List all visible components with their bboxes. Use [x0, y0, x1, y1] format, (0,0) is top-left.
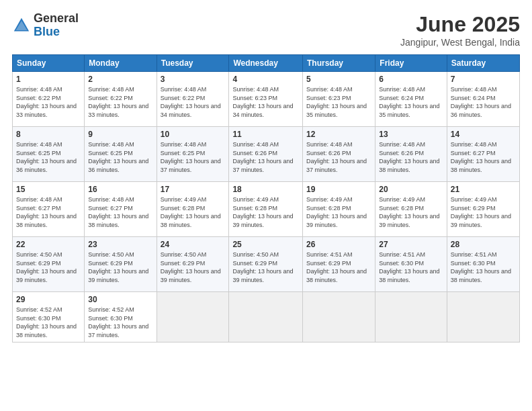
table-row: 21 Sunrise: 4:49 AMSunset: 6:29 PMDaylig… — [447, 182, 519, 237]
table-row — [447, 292, 519, 342]
table-row: 3 Sunrise: 4:48 AMSunset: 6:22 PMDayligh… — [157, 72, 229, 127]
table-row: 20 Sunrise: 4:49 AMSunset: 6:28 PMDaylig… — [375, 182, 447, 237]
table-row: 19 Sunrise: 4:49 AMSunset: 6:28 PMDaylig… — [303, 182, 375, 237]
logo-icon — [12, 16, 31, 35]
table-row: 23 Sunrise: 4:50 AMSunset: 6:29 PMDaylig… — [85, 237, 157, 292]
col-sunday: Sunday — [13, 55, 85, 72]
table-row: 1 Sunrise: 4:48 AMSunset: 6:22 PMDayligh… — [13, 72, 85, 127]
table-row — [157, 292, 229, 342]
table-row: 13 Sunrise: 4:48 AMSunset: 6:26 PMDaylig… — [375, 127, 447, 182]
table-row: 24 Sunrise: 4:50 AMSunset: 6:29 PMDaylig… — [157, 237, 229, 292]
table-row: 26 Sunrise: 4:51 AMSunset: 6:29 PMDaylig… — [303, 237, 375, 292]
table-row: 22 Sunrise: 4:50 AMSunset: 6:29 PMDaylig… — [13, 237, 85, 292]
table-row: 6 Sunrise: 4:48 AMSunset: 6:24 PMDayligh… — [375, 72, 447, 127]
calendar-header-row: Sunday Monday Tuesday Wednesday Thursday… — [13, 55, 520, 72]
table-row: 30 Sunrise: 4:52 AMSunset: 6:30 PMDaylig… — [85, 292, 157, 342]
table-row: 17 Sunrise: 4:49 AMSunset: 6:28 PMDaylig… — [157, 182, 229, 237]
table-row: 5 Sunrise: 4:48 AMSunset: 6:23 PMDayligh… — [303, 72, 375, 127]
table-row: 4 Sunrise: 4:48 AMSunset: 6:23 PMDayligh… — [229, 72, 303, 127]
table-row: 15 Sunrise: 4:48 AMSunset: 6:27 PMDaylig… — [13, 182, 85, 237]
table-row: 29 Sunrise: 4:52 AMSunset: 6:30 PMDaylig… — [13, 292, 85, 342]
table-row: 8 Sunrise: 4:48 AMSunset: 6:25 PMDayligh… — [13, 127, 85, 182]
table-row: 11 Sunrise: 4:48 AMSunset: 6:26 PMDaylig… — [229, 127, 303, 182]
title-block: June 2025 Jangipur, West Bengal, India — [400, 12, 520, 48]
logo: General Blue — [12, 12, 79, 39]
table-row: 10 Sunrise: 4:48 AMSunset: 6:25 PMDaylig… — [157, 127, 229, 182]
table-row: 14 Sunrise: 4:48 AMSunset: 6:27 PMDaylig… — [447, 127, 519, 182]
page-header: General Blue June 2025 Jangipur, West Be… — [12, 12, 520, 48]
table-row: 7 Sunrise: 4:48 AMSunset: 6:24 PMDayligh… — [447, 72, 519, 127]
table-row: 12 Sunrise: 4:48 AMSunset: 6:26 PMDaylig… — [303, 127, 375, 182]
col-saturday: Saturday — [447, 55, 519, 72]
col-wednesday: Wednesday — [229, 55, 303, 72]
col-thursday: Thursday — [303, 55, 375, 72]
col-tuesday: Tuesday — [157, 55, 229, 72]
table-row: 25 Sunrise: 4:50 AMSunset: 6:29 PMDaylig… — [229, 237, 303, 292]
col-friday: Friday — [375, 55, 447, 72]
table-row: 27 Sunrise: 4:51 AMSunset: 6:30 PMDaylig… — [375, 237, 447, 292]
month-title: June 2025 — [400, 12, 520, 37]
table-row: 9 Sunrise: 4:48 AMSunset: 6:25 PMDayligh… — [85, 127, 157, 182]
table-row: 28 Sunrise: 4:51 AMSunset: 6:30 PMDaylig… — [447, 237, 519, 292]
calendar-table: Sunday Monday Tuesday Wednesday Thursday… — [12, 54, 520, 342]
table-row: 2 Sunrise: 4:48 AMSunset: 6:22 PMDayligh… — [85, 72, 157, 127]
table-row: 16 Sunrise: 4:48 AMSunset: 6:27 PMDaylig… — [85, 182, 157, 237]
table-row — [303, 292, 375, 342]
table-row — [375, 292, 447, 342]
table-row: 18 Sunrise: 4:49 AMSunset: 6:28 PMDaylig… — [229, 182, 303, 237]
location: Jangipur, West Bengal, India — [400, 37, 520, 48]
logo-text: General Blue — [34, 12, 79, 39]
col-monday: Monday — [85, 55, 157, 72]
table-row — [229, 292, 303, 342]
